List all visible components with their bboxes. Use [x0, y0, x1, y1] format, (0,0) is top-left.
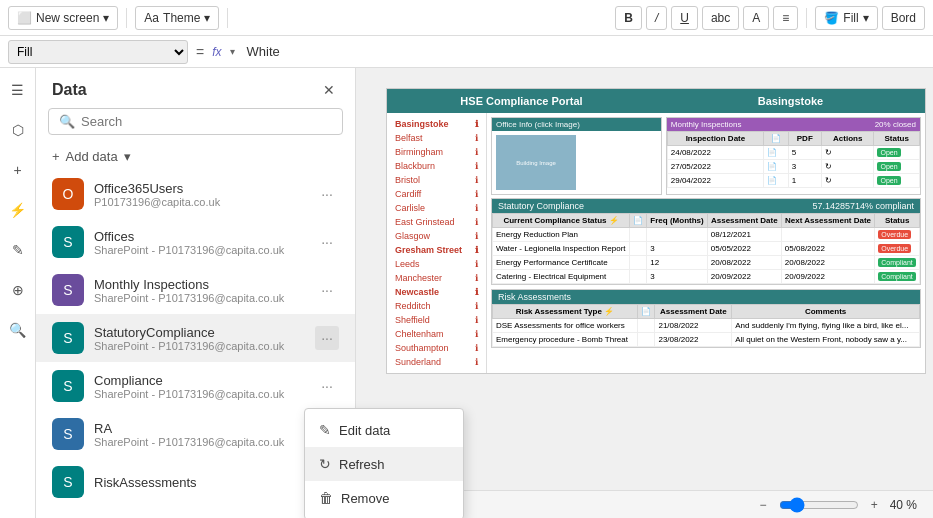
align-button[interactable]: ≡: [773, 6, 798, 30]
more-options-button[interactable]: ···: [315, 182, 339, 206]
datasource-info: RiskAssessments: [94, 475, 315, 490]
formula-value: White: [247, 44, 280, 59]
datasource-icon: S: [52, 370, 84, 402]
more-options-button[interactable]: ···: [315, 230, 339, 254]
nav-item[interactable]: Leeds ℹ: [387, 257, 486, 271]
table-row: 24/08/2022📄5↻ Open: [667, 146, 919, 160]
datasource-source: SharePoint - P10173196@capita.co.uk: [94, 244, 315, 256]
screens-icon[interactable]: ⬡: [4, 116, 32, 144]
nav-item[interactable]: Newcastle ℹ: [387, 285, 486, 299]
datasource-name: RA: [94, 421, 315, 436]
datasource-info: Compliance SharePoint - P10173196@capita…: [94, 373, 315, 400]
table-row: DSE Assessments for office workers 21/08…: [493, 319, 920, 333]
datasource-info: Office365Users P10173196@capita.co.uk: [94, 181, 315, 208]
remove-menu-item[interactable]: 🗑 Remove: [305, 481, 463, 515]
underline-button[interactable]: U: [671, 6, 698, 30]
table-row: Energy Reduction Plan 08/12/2021 Overdue: [493, 228, 920, 242]
zoom-slider[interactable]: [779, 497, 859, 513]
risk-assessments-header: Risk Assessments: [492, 290, 920, 304]
panel-title: Data: [52, 81, 87, 99]
nav-item[interactable]: Bristol ℹ: [387, 173, 486, 187]
monthly-inspections-section: Monthly Inspections 20% closed Inspectio…: [666, 117, 921, 195]
risk-assessments-section: Risk Assessments Risk Assessment Type ⚡ …: [491, 289, 921, 348]
datasource-name: Office365Users: [94, 181, 315, 196]
hse-title-left: HSE Compliance Portal: [387, 89, 656, 113]
font-color-button[interactable]: A: [743, 6, 769, 30]
separator: [227, 8, 228, 28]
separator: [126, 8, 127, 28]
border-button[interactable]: Bord: [882, 6, 925, 30]
zoom-in-button[interactable]: +: [867, 496, 882, 514]
nav-item[interactable]: East Grinstead ℹ: [387, 215, 486, 229]
nav-item[interactable]: Manchester ℹ: [387, 271, 486, 285]
hse-main-content: Office Info (click Image) Building Image…: [487, 113, 925, 373]
nav-item[interactable]: Birmingham ℹ: [387, 145, 486, 159]
list-item[interactable]: S Compliance SharePoint - P10173196@capi…: [36, 362, 355, 410]
nav-item[interactable]: Carlisle ℹ: [387, 201, 486, 215]
nav-item[interactable]: Redditch ℹ: [387, 299, 486, 313]
nav-item[interactable]: Cardiff ℹ: [387, 187, 486, 201]
nav-item[interactable]: Sheffield ℹ: [387, 313, 486, 327]
fx-button[interactable]: fx: [212, 45, 221, 59]
datasource-icon: S: [52, 322, 84, 354]
list-item[interactable]: S StatutoryCompliance SharePoint - P1017…: [36, 314, 355, 362]
fill-select[interactable]: Fill: [8, 40, 188, 64]
refresh-menu-item[interactable]: ↻ Refresh: [305, 447, 463, 481]
list-item[interactable]: S Offices SharePoint - P10173196@capita.…: [36, 218, 355, 266]
more-options-button[interactable]: ···: [315, 278, 339, 302]
add-icon[interactable]: +: [4, 156, 32, 184]
hamburger-menu-icon[interactable]: ☰: [4, 76, 32, 104]
nav-item[interactable]: Blackburn ℹ: [387, 159, 486, 173]
add-data-button[interactable]: + Add data ▾: [36, 143, 355, 170]
office-info-section: Office Info (click Image) Building Image: [491, 117, 662, 195]
datasource-source: P10173196@capita.co.uk: [94, 196, 315, 208]
context-menu: ✎ Edit data ↻ Refresh 🗑 Remove: [304, 408, 464, 518]
office-image[interactable]: Building Image: [496, 135, 576, 190]
equals-sign: =: [196, 44, 204, 60]
screen-icon: ⬜: [17, 11, 32, 25]
edit-icon[interactable]: ✎: [4, 236, 32, 264]
edit-data-label: Edit data: [339, 423, 390, 438]
strikethrough-button[interactable]: abc: [702, 6, 739, 30]
panel-close-button[interactable]: ✕: [319, 80, 339, 100]
side-panel: Data ✕ 🔍 + Add data ▾ O Office365Users P…: [36, 68, 356, 518]
nav-item[interactable]: Gresham Street ℹ: [387, 243, 486, 257]
nav-item[interactable]: Southampton ℹ: [387, 341, 486, 355]
edit-data-menu-item[interactable]: ✎ Edit data: [305, 413, 463, 447]
list-item[interactable]: S Monthly Inspections SharePoint - P1017…: [36, 266, 355, 314]
italic-button[interactable]: /: [646, 6, 667, 30]
data-icon[interactable]: ⚡: [4, 196, 32, 224]
datasource-source: SharePoint - P10173196@capita.co.uk: [94, 388, 315, 400]
list-item[interactable]: O Office365Users P10173196@capita.co.uk …: [36, 170, 355, 218]
datasource-info: RA SharePoint - P10173196@capita.co.uk: [94, 421, 315, 448]
fill-button[interactable]: 🪣 Fill ▾: [815, 6, 877, 30]
statutory-header: Statutory Compliance 57.14285714% compli…: [492, 199, 920, 213]
search-icon[interactable]: 🔍: [4, 316, 32, 344]
zoom-percent: 40 %: [890, 498, 917, 512]
datasource-name: RiskAssessments: [94, 475, 315, 490]
separator: [806, 8, 807, 28]
nav-item[interactable]: Basingstoke ℹ: [387, 117, 486, 131]
fill-icon: 🪣: [824, 11, 839, 25]
nav-item[interactable]: Glasgow ℹ: [387, 229, 486, 243]
zoom-out-button[interactable]: −: [756, 496, 771, 514]
datasource-info: Offices SharePoint - P10173196@capita.co…: [94, 229, 315, 256]
theme-button[interactable]: Aa Theme ▾: [135, 6, 219, 30]
more-options-button[interactable]: ···: [315, 374, 339, 398]
nav-item[interactable]: Belfast ℹ: [387, 131, 486, 145]
datasource-icon: S: [52, 418, 84, 450]
statutory-table: Current Compliance Status ⚡ 📄 Freq (Mont…: [492, 213, 920, 284]
more-options-button[interactable]: ···: [315, 326, 339, 350]
bold-button[interactable]: B: [615, 6, 642, 30]
components-icon[interactable]: ⊕: [4, 276, 32, 304]
search-input[interactable]: [81, 114, 332, 129]
datasource-name: Offices: [94, 229, 315, 244]
chevron-down-icon: ▾: [103, 11, 109, 25]
panel-header: Data ✕: [36, 68, 355, 108]
nav-item[interactable]: Cheltenham ℹ: [387, 327, 486, 341]
table-row: Catering - Electrical Equipment3 20/09/2…: [493, 270, 920, 284]
edit-data-icon: ✎: [319, 422, 331, 438]
nav-item[interactable]: Sunderland ℹ: [387, 355, 486, 369]
monthly-inspections-header: Monthly Inspections 20% closed: [667, 118, 920, 131]
new-screen-button[interactable]: ⬜ New screen ▾: [8, 6, 118, 30]
